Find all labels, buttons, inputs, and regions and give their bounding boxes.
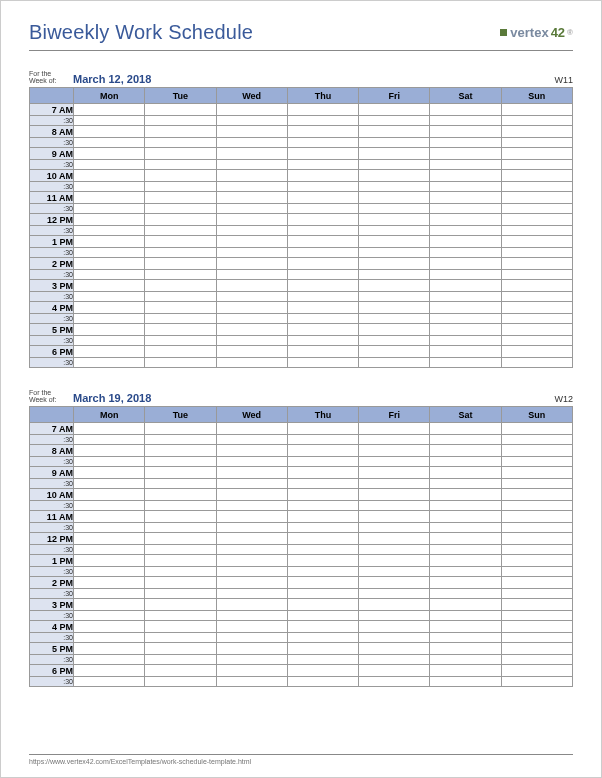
schedule-cell[interactable]	[287, 633, 358, 643]
schedule-cell[interactable]	[216, 423, 287, 435]
schedule-cell[interactable]	[501, 204, 572, 214]
schedule-cell[interactable]	[501, 435, 572, 445]
schedule-cell[interactable]	[430, 192, 501, 204]
schedule-cell[interactable]	[145, 170, 216, 182]
schedule-cell[interactable]	[287, 160, 358, 170]
schedule-cell[interactable]	[74, 423, 145, 435]
schedule-cell[interactable]	[430, 655, 501, 665]
schedule-cell[interactable]	[216, 665, 287, 677]
schedule-cell[interactable]	[501, 621, 572, 633]
schedule-cell[interactable]	[359, 204, 430, 214]
schedule-cell[interactable]	[287, 226, 358, 236]
schedule-cell[interactable]	[74, 358, 145, 368]
schedule-cell[interactable]	[287, 665, 358, 677]
schedule-cell[interactable]	[430, 621, 501, 633]
schedule-cell[interactable]	[74, 126, 145, 138]
schedule-cell[interactable]	[145, 423, 216, 435]
schedule-cell[interactable]	[74, 116, 145, 126]
schedule-cell[interactable]	[74, 248, 145, 258]
schedule-cell[interactable]	[501, 655, 572, 665]
schedule-cell[interactable]	[359, 589, 430, 599]
schedule-cell[interactable]	[216, 138, 287, 148]
schedule-cell[interactable]	[74, 324, 145, 336]
schedule-cell[interactable]	[145, 160, 216, 170]
schedule-cell[interactable]	[74, 677, 145, 687]
schedule-cell[interactable]	[359, 479, 430, 489]
schedule-cell[interactable]	[359, 567, 430, 577]
schedule-cell[interactable]	[74, 214, 145, 226]
schedule-cell[interactable]	[359, 611, 430, 621]
schedule-cell[interactable]	[287, 270, 358, 280]
schedule-cell[interactable]	[74, 270, 145, 280]
schedule-cell[interactable]	[216, 292, 287, 302]
schedule-cell[interactable]	[501, 126, 572, 138]
schedule-cell[interactable]	[145, 501, 216, 511]
schedule-cell[interactable]	[359, 302, 430, 314]
schedule-cell[interactable]	[74, 138, 145, 148]
schedule-cell[interactable]	[359, 160, 430, 170]
schedule-cell[interactable]	[287, 423, 358, 435]
schedule-cell[interactable]	[359, 523, 430, 533]
schedule-cell[interactable]	[145, 633, 216, 643]
schedule-cell[interactable]	[359, 533, 430, 545]
schedule-cell[interactable]	[145, 589, 216, 599]
schedule-cell[interactable]	[430, 511, 501, 523]
schedule-cell[interactable]	[216, 236, 287, 248]
schedule-cell[interactable]	[74, 258, 145, 270]
schedule-cell[interactable]	[74, 555, 145, 567]
schedule-cell[interactable]	[216, 611, 287, 621]
schedule-cell[interactable]	[430, 489, 501, 501]
schedule-cell[interactable]	[74, 314, 145, 324]
schedule-cell[interactable]	[430, 336, 501, 346]
schedule-cell[interactable]	[74, 457, 145, 467]
schedule-cell[interactable]	[287, 611, 358, 621]
schedule-cell[interactable]	[359, 270, 430, 280]
schedule-cell[interactable]	[145, 148, 216, 160]
schedule-cell[interactable]	[501, 258, 572, 270]
schedule-cell[interactable]	[501, 479, 572, 489]
schedule-cell[interactable]	[145, 248, 216, 258]
schedule-cell[interactable]	[74, 192, 145, 204]
schedule-cell[interactable]	[430, 545, 501, 555]
schedule-cell[interactable]	[501, 633, 572, 643]
schedule-cell[interactable]	[287, 116, 358, 126]
schedule-cell[interactable]	[145, 643, 216, 655]
schedule-cell[interactable]	[359, 258, 430, 270]
schedule-cell[interactable]	[287, 435, 358, 445]
schedule-cell[interactable]	[216, 248, 287, 258]
schedule-cell[interactable]	[74, 501, 145, 511]
schedule-cell[interactable]	[74, 104, 145, 116]
schedule-cell[interactable]	[359, 192, 430, 204]
schedule-cell[interactable]	[359, 555, 430, 567]
schedule-cell[interactable]	[359, 280, 430, 292]
schedule-cell[interactable]	[430, 523, 501, 533]
schedule-cell[interactable]	[287, 643, 358, 655]
schedule-cell[interactable]	[287, 138, 358, 148]
schedule-cell[interactable]	[501, 467, 572, 479]
schedule-cell[interactable]	[430, 346, 501, 358]
schedule-cell[interactable]	[430, 104, 501, 116]
schedule-cell[interactable]	[359, 423, 430, 435]
schedule-cell[interactable]	[74, 621, 145, 633]
schedule-cell[interactable]	[287, 489, 358, 501]
schedule-cell[interactable]	[359, 126, 430, 138]
schedule-cell[interactable]	[501, 346, 572, 358]
schedule-cell[interactable]	[216, 545, 287, 555]
schedule-cell[interactable]	[216, 655, 287, 665]
schedule-cell[interactable]	[145, 655, 216, 665]
schedule-cell[interactable]	[74, 280, 145, 292]
schedule-cell[interactable]	[74, 204, 145, 214]
schedule-cell[interactable]	[287, 302, 358, 314]
schedule-cell[interactable]	[287, 479, 358, 489]
schedule-cell[interactable]	[145, 479, 216, 489]
schedule-cell[interactable]	[359, 358, 430, 368]
schedule-cell[interactable]	[145, 358, 216, 368]
schedule-cell[interactable]	[216, 677, 287, 687]
schedule-cell[interactable]	[145, 577, 216, 589]
schedule-cell[interactable]	[430, 501, 501, 511]
schedule-cell[interactable]	[74, 226, 145, 236]
schedule-cell[interactable]	[501, 226, 572, 236]
schedule-cell[interactable]	[287, 545, 358, 555]
schedule-cell[interactable]	[287, 567, 358, 577]
schedule-cell[interactable]	[287, 467, 358, 479]
